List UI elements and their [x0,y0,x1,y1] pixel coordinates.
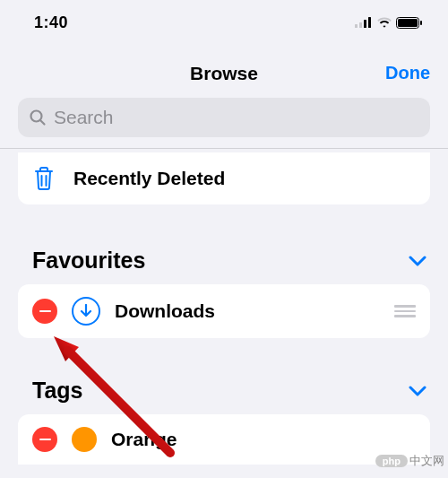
downloads-icon [72,297,100,326]
svg-rect-0 [355,24,358,28]
recently-deleted-row[interactable]: Recently Deleted [18,152,430,204]
favourites-item-downloads[interactable]: Downloads [18,284,430,338]
trash-icon [32,165,56,192]
watermark-pill: php [375,455,408,467]
svg-marker-9 [54,336,79,361]
favourites-title: Favourites [32,248,145,274]
status-time: 1:40 [34,13,68,32]
tags-title: Tags [32,378,83,404]
tags-item-orange[interactable]: Orange [18,414,430,465]
svg-rect-3 [368,17,371,28]
recently-deleted-label: Recently Deleted [73,168,225,189]
nav-bar: Browse Done [0,36,448,98]
page-title: Browse [190,63,258,84]
search-input[interactable]: Search [18,98,430,137]
delete-button[interactable] [32,427,57,452]
battery-icon [396,17,423,29]
svg-rect-2 [364,20,366,28]
delete-button[interactable] [32,299,57,324]
tags-header[interactable]: Tags [0,378,448,414]
cellular-icon [355,17,373,28]
chevron-down-icon [409,256,426,266]
svg-rect-6 [420,21,422,25]
svg-rect-5 [398,19,418,27]
tag-color-dot [72,427,97,452]
watermark-text: 中文网 [409,453,444,469]
search-placeholder: Search [54,107,114,128]
favourites-header[interactable]: Favourites [0,248,448,284]
minus-icon [39,310,51,313]
minus-icon [39,439,51,441]
search-icon [29,109,47,126]
done-button[interactable]: Done [385,63,430,83]
drag-handle[interactable] [394,305,416,317]
svg-rect-1 [359,22,362,28]
status-bar: 1:40 [0,0,448,36]
divider [0,148,448,149]
wifi-icon [376,17,392,29]
watermark: php 中文网 [375,453,444,469]
tag-label: Orange [111,429,177,450]
svg-line-8 [40,120,44,124]
chevron-down-icon [409,386,426,396]
downloads-label: Downloads [115,300,215,322]
status-icons [355,17,423,29]
